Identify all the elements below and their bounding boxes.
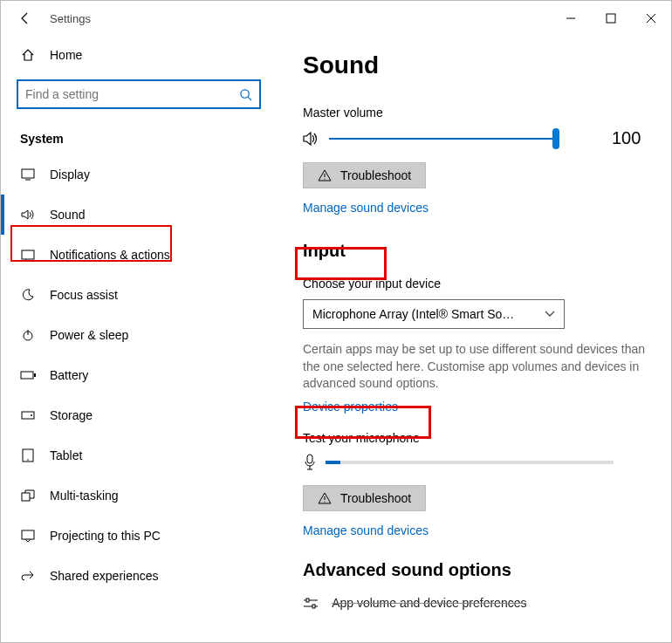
master-volume-value: 100	[612, 128, 641, 148]
sidebar-item-power-sleep[interactable]: Power & sleep	[1, 315, 254, 355]
sidebar-item-display[interactable]: Display	[1, 154, 254, 195]
window-title: Settings	[50, 12, 91, 25]
sidebar-item-label: Projecting to this PC	[50, 529, 161, 543]
svg-rect-16	[22, 530, 34, 539]
sound-icon	[20, 209, 36, 221]
sidebar: Home System Display Sound Notifications …	[1, 36, 270, 642]
sidebar-item-projecting[interactable]: Projecting to this PC	[1, 516, 254, 556]
warning-icon	[318, 169, 332, 181]
tablet-icon	[20, 448, 36, 462]
home-label: Home	[50, 48, 82, 62]
svg-rect-1	[607, 14, 615, 23]
advanced-sound-heading: Advanced sound options	[303, 560, 654, 580]
svg-point-18	[324, 178, 325, 179]
svg-line-3	[248, 97, 251, 100]
app-volume-label: App volume and device preferences	[332, 596, 526, 610]
mic-level-fill	[326, 461, 340, 464]
minimize-button[interactable]	[551, 4, 591, 32]
sidebar-item-label: Storage	[50, 408, 93, 422]
svg-rect-9	[21, 372, 33, 379]
microphone-icon	[303, 454, 317, 471]
notifications-icon	[20, 249, 36, 261]
svg-rect-10	[34, 373, 36, 377]
sidebar-item-label: Shared experiences	[50, 569, 159, 583]
shared-icon	[20, 570, 36, 582]
sidebar-item-focus-assist[interactable]: Focus assist	[1, 275, 254, 315]
button-label: Troubleshoot	[340, 491, 411, 505]
svg-point-14	[27, 459, 29, 461]
maximize-button[interactable]	[591, 4, 631, 32]
master-volume-slider[interactable]	[329, 138, 556, 140]
sidebar-item-multitasking[interactable]: Multi-tasking	[1, 475, 254, 516]
moon-icon	[20, 288, 36, 302]
sliders-icon	[303, 598, 319, 610]
svg-point-21	[324, 501, 325, 502]
power-icon	[20, 328, 36, 342]
page-title: Sound	[303, 51, 654, 79]
search-box[interactable]	[17, 79, 261, 109]
app-volume-row[interactable]: App volume and device preferences	[303, 596, 654, 610]
troubleshoot-output-button[interactable]: Troubleshoot	[303, 162, 426, 188]
sidebar-item-notifications[interactable]: Notifications & actions	[1, 235, 254, 275]
svg-point-2	[241, 89, 249, 97]
speaker-icon	[303, 131, 320, 147]
sidebar-item-label: Focus assist	[50, 288, 118, 302]
home-nav[interactable]: Home	[1, 36, 254, 74]
section-label: System	[20, 132, 254, 146]
sidebar-item-label: Multi-tasking	[50, 489, 119, 503]
search-icon	[239, 88, 252, 101]
back-button[interactable]	[17, 10, 34, 27]
multitasking-icon	[20, 489, 36, 502]
sidebar-item-battery[interactable]: Battery	[1, 355, 254, 395]
input-help-text: Certain apps may be set up to use differ…	[303, 341, 652, 393]
test-mic-label: Test your microphone	[303, 431, 654, 445]
choose-input-label: Choose your input device	[303, 277, 654, 291]
svg-rect-25	[312, 605, 315, 608]
svg-rect-19	[307, 455, 312, 463]
main-content: Sound Master volume 100 Troubleshoot Man…	[270, 36, 671, 642]
sidebar-item-label: Sound	[50, 208, 85, 222]
sidebar-item-label: Battery	[50, 368, 88, 382]
warning-icon	[318, 492, 332, 504]
svg-rect-4	[22, 169, 34, 178]
slider-thumb[interactable]	[552, 128, 559, 149]
svg-rect-6	[22, 250, 34, 259]
close-button[interactable]	[631, 4, 671, 32]
sidebar-item-shared-experiences[interactable]: Shared experiences	[1, 556, 254, 596]
button-label: Troubleshoot	[340, 168, 411, 182]
search-input[interactable]	[25, 87, 239, 101]
input-device-dropdown[interactable]: Microphone Array (Intel® Smart So…	[303, 299, 565, 329]
sidebar-item-label: Tablet	[50, 448, 82, 462]
sidebar-item-label: Power & sleep	[50, 328, 128, 342]
troubleshoot-input-button[interactable]: Troubleshoot	[303, 485, 426, 511]
titlebar: Settings	[1, 1, 671, 36]
chevron-down-icon	[545, 311, 555, 318]
svg-point-12	[31, 414, 32, 416]
sidebar-item-label: Display	[50, 168, 90, 181]
sidebar-item-tablet[interactable]: Tablet	[1, 435, 254, 475]
input-heading: Input	[303, 241, 654, 261]
dropdown-value: Microphone Array (Intel® Smart So…	[312, 307, 514, 321]
svg-rect-15	[22, 493, 30, 501]
master-volume-label: Master volume	[303, 106, 654, 120]
home-icon	[20, 48, 36, 62]
device-properties-link[interactable]: Device properties	[303, 400, 654, 414]
sidebar-item-sound[interactable]: Sound	[1, 195, 254, 235]
manage-sound-devices-link-output[interactable]: Manage sound devices	[303, 201, 654, 215]
display-icon	[20, 168, 36, 181]
projecting-icon	[20, 530, 36, 542]
battery-icon	[20, 370, 36, 380]
sidebar-item-storage[interactable]: Storage	[1, 395, 254, 435]
storage-icon	[20, 410, 36, 421]
svg-rect-24	[306, 599, 309, 602]
sidebar-item-label: Notifications & actions	[50, 248, 170, 262]
manage-sound-devices-link-input[interactable]: Manage sound devices	[303, 523, 654, 537]
mic-level-meter	[326, 461, 614, 464]
